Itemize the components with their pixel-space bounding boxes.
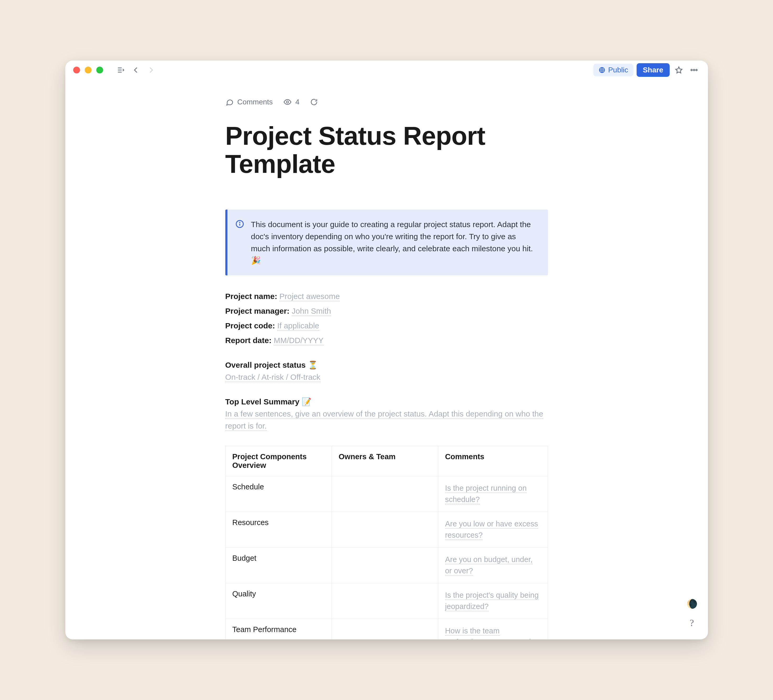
- close-window-button[interactable]: [73, 67, 80, 74]
- field-project-code: Project code: If applicable: [225, 319, 548, 332]
- refresh-button[interactable]: [310, 98, 318, 106]
- comment-icon: [225, 98, 234, 106]
- minimize-window-button[interactable]: [85, 67, 92, 74]
- field-placeholder[interactable]: MM/DD/YYYY: [274, 336, 324, 345]
- table-header: Project Components Overview: [225, 446, 332, 476]
- owners-cell[interactable]: [332, 512, 438, 547]
- star-icon: [674, 66, 683, 74]
- more-button[interactable]: [688, 64, 700, 76]
- svg-point-6: [691, 69, 692, 71]
- table-header: Comments: [438, 446, 548, 476]
- share-label: Share: [643, 66, 663, 74]
- comments-cell[interactable]: Are you low or have excess resources?: [438, 512, 548, 547]
- table-row[interactable]: QualityIs the project's quality being je…: [225, 583, 548, 619]
- component-cell[interactable]: Quality: [225, 583, 332, 619]
- table-row[interactable]: BudgetAre you on budget, under, or over?: [225, 547, 548, 583]
- owners-cell[interactable]: [332, 547, 438, 583]
- comments-button[interactable]: Comments: [225, 98, 273, 106]
- svg-point-7: [693, 69, 694, 71]
- status-heading[interactable]: Overall project status ⏳: [225, 360, 548, 370]
- window-controls: [73, 67, 103, 74]
- share-button[interactable]: Share: [636, 63, 669, 77]
- table-row[interactable]: Team PerformanceHow is the team performi…: [225, 619, 548, 639]
- theme-toggle-button[interactable]: 🌘: [686, 598, 697, 609]
- svg-point-9: [286, 101, 288, 103]
- svg-marker-5: [676, 67, 682, 73]
- field-label: Report date:: [225, 336, 272, 345]
- app-window: Public Share Comments 4: [65, 61, 708, 639]
- comments-cell[interactable]: Is the project's quality being jeopardiz…: [438, 583, 548, 619]
- field-placeholder[interactable]: John Smith: [292, 307, 331, 316]
- component-cell[interactable]: Resources: [225, 512, 332, 547]
- field-report-date: Report date: MM/DD/YYYY: [225, 334, 548, 347]
- back-button[interactable]: [130, 64, 142, 76]
- favorite-button[interactable]: [673, 64, 685, 76]
- component-cell[interactable]: Schedule: [225, 476, 332, 512]
- project-meta-fields[interactable]: Project name: Project awesome Project ma…: [225, 290, 548, 347]
- callout-text: This document is your guide to creating …: [251, 219, 538, 267]
- field-label: Project name:: [225, 292, 277, 301]
- ellipsis-icon: [690, 66, 698, 74]
- info-callout[interactable]: This document is your guide to creating …: [225, 210, 548, 276]
- table-row[interactable]: ScheduleIs the project running on schedu…: [225, 476, 548, 512]
- views-indicator[interactable]: 4: [283, 98, 299, 106]
- table-header-row: Project Components Overview Owners & Tea…: [225, 446, 548, 476]
- document-body: Comments 4 Project Status Report Templat…: [225, 79, 548, 639]
- comments-label: Comments: [237, 98, 273, 106]
- public-label: Public: [608, 66, 628, 74]
- public-badge[interactable]: Public: [593, 64, 633, 76]
- doc-meta-row: Comments 4: [225, 98, 548, 106]
- owners-cell[interactable]: [332, 619, 438, 639]
- svg-point-8: [696, 69, 697, 71]
- svg-point-12: [240, 222, 240, 223]
- status-placeholder[interactable]: On-track / At-risk / Off-track: [225, 371, 548, 383]
- components-table[interactable]: Project Components Overview Owners & Tea…: [225, 446, 548, 639]
- help-button[interactable]: ?: [690, 617, 694, 628]
- sidebar-toggle-button[interactable]: [115, 64, 127, 76]
- floating-actions: 🌘 ?: [686, 598, 697, 628]
- component-cell[interactable]: Team Performance: [225, 619, 332, 639]
- view-count: 4: [295, 98, 299, 106]
- eye-icon: [283, 98, 292, 106]
- table-row[interactable]: ResourcesAre you low or have excess reso…: [225, 512, 548, 547]
- info-icon: [235, 220, 244, 228]
- forward-button[interactable]: [145, 64, 157, 76]
- field-placeholder[interactable]: If applicable: [277, 321, 319, 331]
- field-project-manager: Project manager: John Smith: [225, 305, 548, 317]
- comments-cell[interactable]: Is the project running on schedule?: [438, 476, 548, 512]
- owners-cell[interactable]: [332, 583, 438, 619]
- comments-cell[interactable]: Are you on budget, under, or over?: [438, 547, 548, 583]
- component-cell[interactable]: Budget: [225, 547, 332, 583]
- table-header: Owners & Team: [332, 446, 438, 476]
- maximize-window-button[interactable]: [96, 67, 103, 74]
- field-project-name: Project name: Project awesome: [225, 290, 548, 303]
- globe-icon: [599, 67, 605, 74]
- page-title[interactable]: Project Status Report Template: [225, 122, 548, 178]
- summary-heading[interactable]: Top Level Summary 📝: [225, 397, 548, 406]
- field-label: Project manager:: [225, 307, 289, 315]
- summary-placeholder[interactable]: In a few sentences, give an overview of …: [225, 408, 548, 432]
- owners-cell[interactable]: [332, 476, 438, 512]
- field-label: Project code:: [225, 321, 275, 330]
- field-placeholder[interactable]: Project awesome: [280, 292, 340, 301]
- refresh-icon: [310, 98, 318, 106]
- titlebar: Public Share: [65, 61, 708, 79]
- comments-cell[interactable]: How is the team performing? Is someone i…: [438, 619, 548, 639]
